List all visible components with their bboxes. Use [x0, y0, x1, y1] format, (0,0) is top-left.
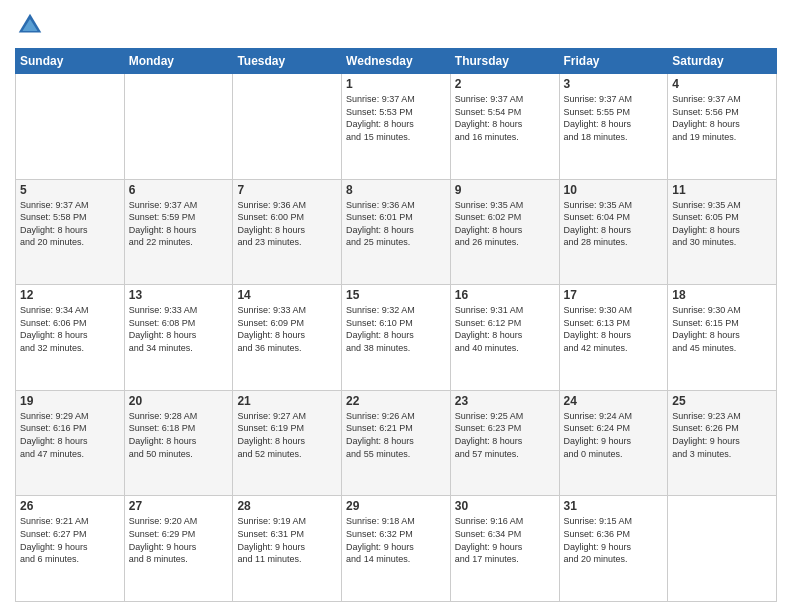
day-number: 26 [20, 499, 120, 513]
day-info: Sunrise: 9:37 AM Sunset: 5:56 PM Dayligh… [672, 93, 772, 143]
day-info: Sunrise: 9:37 AM Sunset: 5:58 PM Dayligh… [20, 199, 120, 249]
week-row-2: 5Sunrise: 9:37 AM Sunset: 5:58 PM Daylig… [16, 179, 777, 285]
calendar-cell: 15Sunrise: 9:32 AM Sunset: 6:10 PM Dayli… [342, 285, 451, 391]
day-info: Sunrise: 9:29 AM Sunset: 6:16 PM Dayligh… [20, 410, 120, 460]
calendar-cell: 23Sunrise: 9:25 AM Sunset: 6:23 PM Dayli… [450, 390, 559, 496]
day-number: 19 [20, 394, 120, 408]
calendar-cell [16, 74, 125, 180]
day-info: Sunrise: 9:25 AM Sunset: 6:23 PM Dayligh… [455, 410, 555, 460]
day-number: 12 [20, 288, 120, 302]
day-number: 15 [346, 288, 446, 302]
day-info: Sunrise: 9:23 AM Sunset: 6:26 PM Dayligh… [672, 410, 772, 460]
day-info: Sunrise: 9:30 AM Sunset: 6:15 PM Dayligh… [672, 304, 772, 354]
page: SundayMondayTuesdayWednesdayThursdayFrid… [0, 0, 792, 612]
day-info: Sunrise: 9:35 AM Sunset: 6:04 PM Dayligh… [564, 199, 664, 249]
day-number: 24 [564, 394, 664, 408]
calendar-cell: 30Sunrise: 9:16 AM Sunset: 6:34 PM Dayli… [450, 496, 559, 602]
day-number: 17 [564, 288, 664, 302]
day-number: 5 [20, 183, 120, 197]
day-number: 29 [346, 499, 446, 513]
calendar-cell [233, 74, 342, 180]
day-number: 16 [455, 288, 555, 302]
day-number: 13 [129, 288, 229, 302]
day-info: Sunrise: 9:21 AM Sunset: 6:27 PM Dayligh… [20, 515, 120, 565]
day-number: 4 [672, 77, 772, 91]
calendar-cell: 27Sunrise: 9:20 AM Sunset: 6:29 PM Dayli… [124, 496, 233, 602]
day-number: 31 [564, 499, 664, 513]
day-info: Sunrise: 9:18 AM Sunset: 6:32 PM Dayligh… [346, 515, 446, 565]
day-number: 28 [237, 499, 337, 513]
day-number: 25 [672, 394, 772, 408]
calendar-cell: 9Sunrise: 9:35 AM Sunset: 6:02 PM Daylig… [450, 179, 559, 285]
day-number: 9 [455, 183, 555, 197]
calendar-cell: 22Sunrise: 9:26 AM Sunset: 6:21 PM Dayli… [342, 390, 451, 496]
day-info: Sunrise: 9:33 AM Sunset: 6:09 PM Dayligh… [237, 304, 337, 354]
header [15, 10, 777, 40]
day-number: 27 [129, 499, 229, 513]
calendar-cell: 6Sunrise: 9:37 AM Sunset: 5:59 PM Daylig… [124, 179, 233, 285]
calendar-cell: 3Sunrise: 9:37 AM Sunset: 5:55 PM Daylig… [559, 74, 668, 180]
day-number: 6 [129, 183, 229, 197]
day-info: Sunrise: 9:36 AM Sunset: 6:01 PM Dayligh… [346, 199, 446, 249]
day-info: Sunrise: 9:19 AM Sunset: 6:31 PM Dayligh… [237, 515, 337, 565]
calendar: SundayMondayTuesdayWednesdayThursdayFrid… [15, 48, 777, 602]
calendar-cell: 31Sunrise: 9:15 AM Sunset: 6:36 PM Dayli… [559, 496, 668, 602]
day-info: Sunrise: 9:30 AM Sunset: 6:13 PM Dayligh… [564, 304, 664, 354]
day-info: Sunrise: 9:24 AM Sunset: 6:24 PM Dayligh… [564, 410, 664, 460]
logo [15, 10, 49, 40]
week-row-1: 1Sunrise: 9:37 AM Sunset: 5:53 PM Daylig… [16, 74, 777, 180]
calendar-cell: 13Sunrise: 9:33 AM Sunset: 6:08 PM Dayli… [124, 285, 233, 391]
weekday-header-friday: Friday [559, 49, 668, 74]
calendar-cell: 29Sunrise: 9:18 AM Sunset: 6:32 PM Dayli… [342, 496, 451, 602]
logo-icon [15, 10, 45, 40]
calendar-cell: 10Sunrise: 9:35 AM Sunset: 6:04 PM Dayli… [559, 179, 668, 285]
day-number: 20 [129, 394, 229, 408]
calendar-cell: 28Sunrise: 9:19 AM Sunset: 6:31 PM Dayli… [233, 496, 342, 602]
day-info: Sunrise: 9:33 AM Sunset: 6:08 PM Dayligh… [129, 304, 229, 354]
day-number: 14 [237, 288, 337, 302]
weekday-header-thursday: Thursday [450, 49, 559, 74]
day-info: Sunrise: 9:27 AM Sunset: 6:19 PM Dayligh… [237, 410, 337, 460]
day-info: Sunrise: 9:36 AM Sunset: 6:00 PM Dayligh… [237, 199, 337, 249]
calendar-cell [124, 74, 233, 180]
calendar-cell: 1Sunrise: 9:37 AM Sunset: 5:53 PM Daylig… [342, 74, 451, 180]
calendar-cell: 5Sunrise: 9:37 AM Sunset: 5:58 PM Daylig… [16, 179, 125, 285]
weekday-header-row: SundayMondayTuesdayWednesdayThursdayFrid… [16, 49, 777, 74]
calendar-cell: 24Sunrise: 9:24 AM Sunset: 6:24 PM Dayli… [559, 390, 668, 496]
day-number: 8 [346, 183, 446, 197]
day-number: 21 [237, 394, 337, 408]
day-info: Sunrise: 9:37 AM Sunset: 5:54 PM Dayligh… [455, 93, 555, 143]
calendar-cell: 19Sunrise: 9:29 AM Sunset: 6:16 PM Dayli… [16, 390, 125, 496]
calendar-cell: 20Sunrise: 9:28 AM Sunset: 6:18 PM Dayli… [124, 390, 233, 496]
day-info: Sunrise: 9:34 AM Sunset: 6:06 PM Dayligh… [20, 304, 120, 354]
day-number: 2 [455, 77, 555, 91]
day-number: 1 [346, 77, 446, 91]
weekday-header-tuesday: Tuesday [233, 49, 342, 74]
calendar-cell: 25Sunrise: 9:23 AM Sunset: 6:26 PM Dayli… [668, 390, 777, 496]
day-info: Sunrise: 9:20 AM Sunset: 6:29 PM Dayligh… [129, 515, 229, 565]
week-row-4: 19Sunrise: 9:29 AM Sunset: 6:16 PM Dayli… [16, 390, 777, 496]
calendar-cell: 2Sunrise: 9:37 AM Sunset: 5:54 PM Daylig… [450, 74, 559, 180]
day-number: 3 [564, 77, 664, 91]
day-info: Sunrise: 9:35 AM Sunset: 6:02 PM Dayligh… [455, 199, 555, 249]
day-info: Sunrise: 9:37 AM Sunset: 5:55 PM Dayligh… [564, 93, 664, 143]
day-number: 7 [237, 183, 337, 197]
week-row-3: 12Sunrise: 9:34 AM Sunset: 6:06 PM Dayli… [16, 285, 777, 391]
day-info: Sunrise: 9:16 AM Sunset: 6:34 PM Dayligh… [455, 515, 555, 565]
calendar-cell: 4Sunrise: 9:37 AM Sunset: 5:56 PM Daylig… [668, 74, 777, 180]
day-info: Sunrise: 9:37 AM Sunset: 5:59 PM Dayligh… [129, 199, 229, 249]
calendar-cell: 18Sunrise: 9:30 AM Sunset: 6:15 PM Dayli… [668, 285, 777, 391]
calendar-cell [668, 496, 777, 602]
day-info: Sunrise: 9:26 AM Sunset: 6:21 PM Dayligh… [346, 410, 446, 460]
day-info: Sunrise: 9:15 AM Sunset: 6:36 PM Dayligh… [564, 515, 664, 565]
weekday-header-monday: Monday [124, 49, 233, 74]
calendar-cell: 14Sunrise: 9:33 AM Sunset: 6:09 PM Dayli… [233, 285, 342, 391]
weekday-header-sunday: Sunday [16, 49, 125, 74]
calendar-cell: 8Sunrise: 9:36 AM Sunset: 6:01 PM Daylig… [342, 179, 451, 285]
calendar-cell: 12Sunrise: 9:34 AM Sunset: 6:06 PM Dayli… [16, 285, 125, 391]
day-info: Sunrise: 9:28 AM Sunset: 6:18 PM Dayligh… [129, 410, 229, 460]
day-info: Sunrise: 9:31 AM Sunset: 6:12 PM Dayligh… [455, 304, 555, 354]
day-number: 23 [455, 394, 555, 408]
calendar-cell: 11Sunrise: 9:35 AM Sunset: 6:05 PM Dayli… [668, 179, 777, 285]
calendar-cell: 17Sunrise: 9:30 AM Sunset: 6:13 PM Dayli… [559, 285, 668, 391]
